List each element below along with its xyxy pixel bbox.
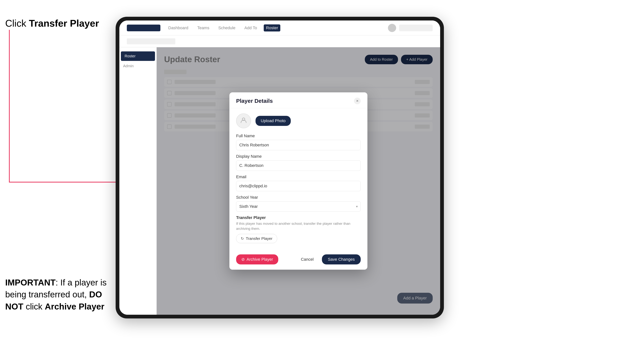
transfer-btn-label: Transfer Player (246, 236, 272, 241)
avatar-row: Upload Photo (236, 113, 361, 128)
school-year-select[interactable]: First Year Second Year Third Year Fourth… (236, 201, 361, 211)
display-name-group: Display Name (236, 154, 361, 171)
full-name-label: Full Name (236, 134, 361, 138)
archive-icon: ⊘ (241, 257, 245, 262)
tablet-device: Dashboard Teams Schedule Add To Roster (116, 17, 444, 319)
app-logo (127, 24, 160, 31)
full-name-group: Full Name (236, 134, 361, 150)
archive-player-button[interactable]: ⊘ Archive Player (236, 254, 278, 264)
nav-item-addto[interactable]: Add To (242, 24, 259, 31)
archive-btn-label: Archive Player (246, 257, 273, 262)
avatar-icon (240, 117, 247, 125)
nav-item-dashboard[interactable]: Dashboard (166, 24, 190, 31)
transfer-icon: ↻ (241, 236, 244, 241)
modal-footer: ⊘ Archive Player Cancel Save Changes (230, 251, 368, 270)
important-suffix: click (23, 302, 45, 311)
tablet-screen: Dashboard Teams Schedule Add To Roster (119, 20, 440, 315)
modal-title: Player Details (236, 98, 273, 104)
archive-bold: Archive Player (45, 302, 104, 311)
full-name-input[interactable] (236, 140, 361, 150)
avatar-circle (236, 113, 251, 128)
upload-photo-button[interactable]: Upload Photo (256, 116, 291, 126)
click-prefix: Click (5, 18, 29, 29)
school-year-label: School Year (236, 195, 361, 200)
header-name-placeholder (399, 24, 433, 31)
modal-header: Player Details × (230, 92, 368, 108)
roster-content: Update Roster Add to Roster + Add Player (157, 47, 440, 315)
display-name-input[interactable] (236, 160, 361, 171)
tablet-inner: Dashboard Teams Schedule Add To Roster (119, 20, 440, 315)
display-name-label: Display Name (236, 154, 361, 159)
tab-roster[interactable]: Roster (121, 51, 155, 61)
email-input[interactable] (236, 181, 361, 191)
nav-item-schedule[interactable]: Schedule (216, 24, 238, 31)
transfer-title: Transfer Player (236, 215, 361, 220)
header-right (388, 24, 433, 32)
transfer-description: If this player has moved to another scho… (236, 221, 361, 231)
content-tabs: Roster Admin (119, 47, 157, 315)
close-icon: × (356, 99, 359, 103)
modal-dialog: Player Details × (230, 92, 368, 269)
email-group: Email (236, 174, 361, 191)
upload-photo-label: Upload Photo (261, 118, 286, 123)
school-year-select-wrapper: First Year Second Year Third Year Fourth… (236, 201, 361, 211)
breadcrumb-placeholder (127, 38, 175, 44)
sub-header (119, 35, 440, 47)
modal-body: Upload Photo Full Name (230, 108, 368, 251)
important-bold: IMPORTANT (5, 278, 56, 287)
main-content: Roster Admin Update Roster Add to Roster… (119, 47, 440, 315)
school-year-group: School Year First Year Second Year Third… (236, 195, 361, 211)
email-label: Email (236, 174, 361, 179)
nav-item-roster[interactable]: Roster (264, 24, 280, 31)
click-transfer-bold: Transfer Player (29, 18, 99, 29)
nav-items: Dashboard Teams Schedule Add To Roster (166, 24, 382, 31)
transfer-player-button[interactable]: ↻ Transfer Player (236, 234, 277, 243)
important-note: IMPORTANT: If a player is being transfer… (5, 277, 110, 313)
header-avatar (388, 24, 396, 32)
modal-close-button[interactable]: × (354, 98, 361, 104)
arrow-vertical-line (9, 30, 10, 182)
cancel-button[interactable]: Cancel (296, 254, 319, 264)
app-header: Dashboard Teams Schedule Add To Roster (119, 20, 440, 35)
nav-item-teams[interactable]: Teams (195, 24, 212, 31)
tab-admin[interactable]: Admin (119, 61, 156, 71)
save-changes-button[interactable]: Save Changes (322, 254, 361, 264)
modal-backdrop: Player Details × (157, 47, 440, 315)
click-annotation: Click Transfer Player (5, 18, 99, 29)
transfer-section: Transfer Player If this player has moved… (236, 215, 361, 243)
